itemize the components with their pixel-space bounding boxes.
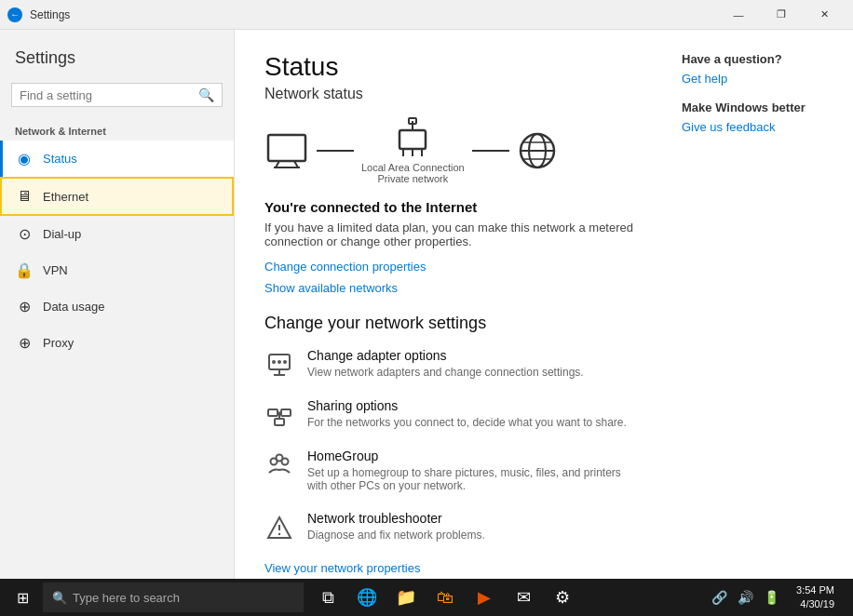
sidebar-item-proxy[interactable]: ⊕ Proxy — [0, 325, 234, 361]
router-label: Local Area Connection Private network — [361, 162, 465, 184]
change-connection-link[interactable]: Change connection properties — [264, 260, 637, 274]
svg-point-31 — [278, 533, 280, 535]
sidebar-item-vpn[interactable]: 🔒 VPN — [0, 252, 234, 288]
main-content: Status Network status — [235, 30, 667, 579]
setting-item-troubleshooter[interactable]: Network troubleshooter Diagnose and fix … — [264, 511, 637, 542]
troubleshooter-icon — [264, 513, 294, 542]
svg-point-18 — [283, 360, 287, 364]
close-button[interactable]: ✕ — [803, 0, 846, 30]
show-networks-link[interactable]: Show available networks — [264, 281, 637, 295]
homegroup-text: HomeGroup Set up a homegroup to share pi… — [307, 449, 637, 492]
sidebar-item-label-proxy: Proxy — [43, 336, 74, 350]
sidebar-item-dialup[interactable]: ⊙ Dial-up — [0, 216, 234, 252]
give-feedback-link[interactable]: Give us feedback — [682, 120, 838, 134]
restore-button[interactable]: ❐ — [760, 0, 803, 30]
network-tray-icon[interactable]: 🔗 — [708, 579, 730, 616]
taskbar-apps: ⧉ 🌐 📁 🛍 ▶ ✉ ⚙ — [305, 579, 700, 616]
taskbar-clock[interactable]: 3:54 PM 4/30/19 — [786, 583, 842, 612]
sidebar-item-label-vpn: VPN — [43, 263, 68, 277]
sidebar-item-datausage[interactable]: ⊕ Data usage — [0, 288, 234, 325]
sidebar-item-label-status: Status — [43, 152, 77, 166]
edge-icon[interactable]: 🌐 — [348, 579, 386, 616]
homegroup-title: HomeGroup — [307, 449, 637, 463]
clock-time: 3:54 PM — [796, 583, 834, 597]
store-icon[interactable]: 🛍 — [426, 579, 464, 616]
taskbar-search-label: Type here to search — [73, 591, 180, 605]
taskbar-search-box[interactable]: 🔍 Type here to search — [43, 583, 304, 612]
node1-label: Local Area Connection — [361, 162, 465, 173]
task-view-button[interactable]: ⧉ — [309, 579, 346, 616]
status-icon: ◉ — [15, 150, 34, 167]
content-subtitle: Network status — [264, 86, 637, 102]
back-button[interactable]: ← — [7, 7, 22, 22]
question-heading: Have a question? — [682, 52, 838, 66]
setting-item-adapter[interactable]: Change adapter options View network adap… — [264, 348, 637, 380]
sidebar-item-status[interactable]: ◉ Status — [0, 141, 234, 177]
sharing-text: Sharing options For the networks you con… — [307, 398, 627, 429]
settings-icon[interactable]: ⚙ — [544, 579, 581, 616]
setting-item-sharing[interactable]: Sharing options For the networks you con… — [264, 398, 637, 430]
start-button[interactable]: ⊞ — [4, 579, 41, 616]
computer-node — [264, 133, 309, 168]
explorer-icon[interactable]: 📁 — [387, 579, 425, 616]
app-body: Settings 🔍 Network & Internet ◉ Status 🖥… — [0, 30, 853, 579]
dialup-icon: ⊙ — [15, 225, 34, 243]
page-title: Status — [264, 52, 637, 82]
taskbar: ⊞ 🔍 Type here to search ⧉ 🌐 📁 🛍 ▶ ✉ ⚙ 🔗 … — [0, 579, 853, 616]
homegroup-desc: Set up a homegroup to share pictures, mu… — [307, 466, 637, 492]
right-panel: Have a question? Get help Make Windows b… — [667, 30, 853, 579]
troubleshooter-desc: Diagnose and fix network problems. — [307, 529, 485, 542]
search-input[interactable] — [20, 88, 198, 102]
titlebar-title: Settings — [30, 8, 717, 21]
ethernet-icon: 🖥 — [15, 188, 34, 205]
troubleshooter-title: Network troubleshooter — [307, 511, 485, 526]
network-line-2 — [472, 150, 509, 152]
sidebar-item-label-ethernet: Ethernet — [43, 190, 88, 204]
connection-heading: You're connected to the Internet — [264, 199, 637, 215]
adapter-title: Change adapter options — [307, 348, 584, 363]
sidebar-search-box[interactable]: 🔍 — [11, 83, 223, 107]
media-icon[interactable]: ▶ — [466, 579, 503, 616]
node2-label: Private network — [361, 173, 465, 184]
svg-rect-23 — [275, 419, 284, 425]
search-icon: 🔍 — [198, 87, 214, 102]
adapter-desc: View network adapters and change connect… — [307, 366, 584, 379]
battery-tray-icon[interactable]: 🔋 — [760, 579, 782, 616]
feedback-heading: Make Windows better — [682, 100, 838, 114]
adapter-icon — [264, 350, 294, 380]
sidebar-item-label-datausage: Data usage — [43, 300, 105, 314]
mail-icon[interactable]: ✉ — [505, 579, 542, 616]
connection-status: You're connected to the Internet If you … — [264, 199, 637, 295]
sidebar-header: Settings — [0, 30, 234, 75]
svg-point-17 — [278, 360, 281, 364]
computer-icon — [264, 133, 309, 168]
troubleshooter-text: Network troubleshooter Diagnose and fix … — [307, 511, 485, 542]
get-help-link[interactable]: Get help — [682, 72, 838, 86]
globe-node — [517, 130, 558, 171]
view-network-properties-link[interactable]: View your network properties — [264, 561, 637, 575]
sharing-desc: For the networks you connect to, decide … — [307, 416, 627, 429]
sidebar-section-label: Network & Internet — [0, 114, 234, 141]
proxy-icon: ⊕ — [15, 334, 34, 352]
svg-rect-21 — [268, 409, 278, 416]
sidebar-item-ethernet[interactable]: 🖥 Ethernet — [0, 177, 234, 216]
svg-rect-4 — [399, 130, 426, 149]
settings-section-heading: Change your network settings — [264, 314, 637, 333]
taskbar-tray: 🔗 🔊 🔋 3:54 PM 4/30/19 — [700, 579, 849, 616]
network-diagram: Local Area Connection Private network — [264, 117, 637, 184]
clock-date: 4/30/19 — [800, 597, 834, 611]
svg-rect-22 — [281, 409, 291, 416]
sidebar: Settings 🔍 Network & Internet ◉ Status 🖥… — [0, 30, 235, 579]
setting-item-homegroup[interactable]: HomeGroup Set up a homegroup to share pi… — [264, 449, 637, 492]
globe-icon — [517, 130, 558, 171]
minimize-button[interactable]: — — [717, 0, 760, 30]
connection-desc: If you have a limited data plan, you can… — [264, 221, 637, 248]
svg-rect-0 — [268, 135, 305, 161]
volume-tray-icon[interactable]: 🔊 — [734, 579, 756, 616]
taskbar-search-icon: 🔍 — [52, 591, 67, 605]
svg-point-28 — [277, 455, 283, 462]
svg-point-16 — [272, 360, 276, 364]
network-line-1 — [317, 150, 354, 152]
router-icon — [396, 117, 429, 162]
router-node: Local Area Connection Private network — [361, 117, 465, 184]
